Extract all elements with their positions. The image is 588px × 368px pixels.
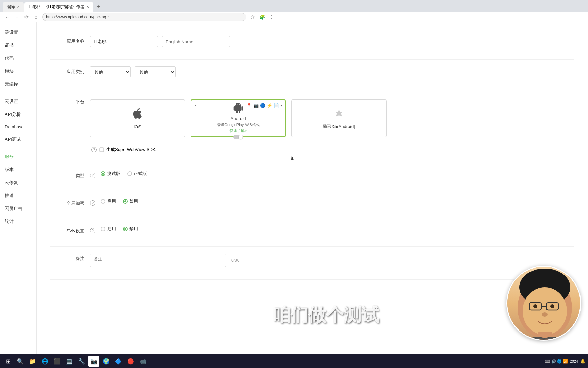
taskbar-browser-icon[interactable]: 🌐	[39, 356, 50, 367]
svn-radio-disable-circle	[123, 227, 128, 231]
taskbar-phpstorm-icon[interactable]: 🔧	[76, 356, 87, 367]
url-input[interactable]	[42, 13, 246, 21]
sdk-checkbox[interactable]: 生成SuperWebView SDK	[99, 147, 156, 153]
star-icon[interactable]: ☆	[249, 14, 256, 20]
taskbar-update-icon[interactable]: 🔴	[125, 356, 136, 367]
platform-row: 平台 iOS	[50, 97, 574, 137]
tab-2-close[interactable]: ✕	[86, 5, 89, 9]
sidebar-item-端设置[interactable]: 端设置	[0, 26, 36, 39]
taskbar-edge-icon[interactable]: 🔷	[113, 356, 124, 367]
type-controls: 测试版 正式版	[101, 171, 147, 177]
sidebar-item-模块[interactable]: 模块	[0, 65, 36, 78]
platform-card-tencent[interactable]: 腾讯X5(Android)	[291, 99, 387, 137]
app-name-section: 应用名称	[50, 29, 574, 60]
svg-rect-0	[100, 148, 104, 152]
android-link[interactable]: 快速了解>	[230, 128, 247, 133]
presenter-avatar	[506, 266, 581, 341]
remark-controls: 0/80	[90, 254, 239, 267]
menu-icon[interactable]: ⋮	[268, 14, 275, 20]
android-label: Android	[231, 116, 246, 121]
encrypt-radio-disable-dot	[124, 200, 126, 202]
android-toggle-switch[interactable]	[233, 135, 243, 139]
app-name-input[interactable]	[90, 36, 158, 47]
forward-icon[interactable]: →	[14, 14, 20, 20]
encrypt-row: 全局加密 ? 启用 禁用	[50, 198, 574, 206]
sidebar-item-云修复[interactable]: 云修复	[0, 176, 36, 189]
english-name-input[interactable]	[162, 36, 230, 47]
sidebar-item-统计[interactable]: 统计	[0, 215, 36, 228]
sidebar: 端设置 证书 代码 模块 云编译 云设置 API分析 Database API调…	[0, 22, 37, 368]
taskbar-notification-icon[interactable]: 🔔	[580, 359, 585, 364]
svn-radio-enable-circle	[101, 227, 105, 231]
svn-label: SVN设置	[50, 226, 84, 234]
svg-point-3	[523, 287, 567, 335]
type-radio-test-circle	[101, 171, 105, 176]
svg-point-7	[533, 304, 537, 308]
taskbar-chrome-icon[interactable]: 🌍	[101, 356, 112, 367]
content-area: 应用名称 应用类别 其他 其他 平台	[37, 22, 588, 368]
svn-radio-disable-label: 禁用	[129, 226, 138, 232]
taskbar-files-icon[interactable]: 📁	[27, 356, 38, 367]
sdk-help-icon-text: ?	[93, 148, 95, 152]
type-help-icon[interactable]: ?	[90, 173, 95, 178]
taskbar-right-area: ⌨ 🔊 🌐 📶 2024 🔔	[545, 359, 585, 364]
sidebar-item-推送[interactable]: 推送	[0, 189, 36, 202]
android-toggle-knob	[239, 135, 243, 139]
tab-2-label: IT老邬 - 《IT老邬讲编程》作者	[29, 4, 84, 10]
category-row: 应用类别 其他 其他	[50, 66, 574, 77]
taskbar-search-icon[interactable]: 🔍	[15, 356, 26, 367]
platform-card-ios[interactable]: iOS	[90, 99, 185, 137]
sidebar-item-闪屏广告[interactable]: 闪屏广告	[0, 202, 36, 215]
category-controls: 其他 其他	[90, 66, 176, 77]
encrypt-radio-disable[interactable]: 禁用	[123, 198, 138, 204]
encrypt-radio-disable-circle	[123, 199, 128, 204]
taskbar-code-icon[interactable]: 💻	[64, 356, 75, 367]
type-radio-official-circle	[127, 171, 132, 176]
sidebar-item-证书[interactable]: 证书	[0, 39, 36, 52]
taskbar-screen-icon[interactable]: 📷	[88, 356, 99, 367]
svn-radio-disable[interactable]: 禁用	[123, 226, 138, 232]
svn-radio-enable-label: 启用	[107, 226, 116, 232]
refresh-icon[interactable]: ⟳	[23, 14, 30, 20]
sidebar-item-云设置[interactable]: 云设置	[0, 95, 36, 108]
remark-textarea[interactable]	[90, 254, 226, 267]
home-icon[interactable]: ⌂	[33, 14, 39, 20]
sidebar-item-api分析[interactable]: API分析	[0, 108, 36, 121]
type-radio-official[interactable]: 正式版	[127, 171, 147, 177]
taskbar-time: 2024	[570, 359, 578, 363]
sidebar-item-版本[interactable]: 版本	[0, 163, 36, 176]
tab-1-close[interactable]: ✕	[17, 5, 20, 9]
encrypt-radio-enable[interactable]: 启用	[101, 198, 116, 204]
android-camera-icon: 📷	[253, 103, 259, 108]
new-tab-button[interactable]: +	[94, 2, 103, 12]
platform-card-android[interactable]: 📍 📷 🔵 ⚡ 📄 ▾ -	[191, 99, 286, 137]
tab-2[interactable]: IT老邬 - 《IT老邬讲编程》作者 ✕	[24, 2, 93, 12]
encrypt-help-icon[interactable]: ?	[90, 200, 95, 206]
sdk-help-icon[interactable]: ?	[91, 147, 97, 152]
svn-help-icon[interactable]: ?	[90, 228, 95, 233]
sidebar-item-云编译[interactable]: 云编译	[0, 78, 36, 91]
platform-label: 平台	[50, 97, 84, 105]
sidebar-item-代码[interactable]: 代码	[0, 52, 36, 65]
back-icon[interactable]: ←	[4, 14, 11, 20]
sidebar-item-服务[interactable]: 服务	[0, 150, 36, 163]
taskbar-video-icon[interactable]: 📹	[137, 356, 148, 367]
android-robot-icon	[233, 103, 244, 114]
type-radio-test-dot	[102, 173, 104, 175]
remark-count: 0/80	[231, 258, 239, 263]
category-select-1[interactable]: 其他	[90, 66, 131, 77]
type-radio-test[interactable]: 测试版	[101, 171, 120, 177]
taskbar-start-icon[interactable]: ⊞	[3, 356, 14, 367]
type-label: 类型	[50, 171, 84, 179]
android-location-icon: 📍	[246, 103, 252, 108]
app-name-controls	[90, 36, 230, 47]
address-bar: ← → ⟳ ⌂ ☆ 🧩 ⋮	[0, 12, 588, 22]
android-dropdown-icon[interactable]: ▾	[280, 103, 282, 108]
category-select-2[interactable]: 其他	[135, 66, 176, 77]
svn-radio-enable[interactable]: 启用	[101, 226, 116, 232]
taskbar-terminal-icon[interactable]: ⬛	[52, 356, 63, 367]
sidebar-item-database[interactable]: Database	[0, 121, 36, 133]
tab-1[interactable]: 编译 ✕	[3, 2, 24, 12]
sidebar-item-api调试[interactable]: API调试	[0, 133, 36, 146]
extensions-icon[interactable]: 🧩	[259, 14, 265, 20]
